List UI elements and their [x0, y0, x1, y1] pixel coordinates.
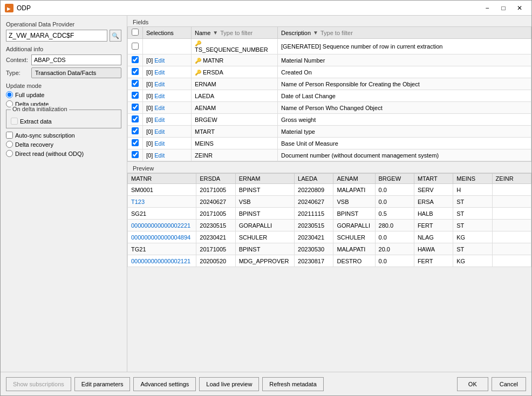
minimize-button[interactable]: −	[480, 2, 495, 14]
field-checkbox[interactable]	[132, 139, 139, 146]
full-update-row: Full update	[6, 91, 121, 98]
edit-link[interactable]: Edit	[154, 152, 165, 159]
preview-cell	[492, 196, 531, 208]
col-header-desc: Description ▼	[278, 27, 531, 39]
extract-data-label: Extract data	[20, 118, 52, 125]
preview-label: Preview	[127, 162, 531, 173]
refresh-metadata-button[interactable]: Refresh metadata	[262, 377, 323, 391]
preview-matnr-link[interactable]: 000000000000002221	[131, 222, 190, 229]
direct-read-row: Direct read (without ODQ)	[6, 150, 121, 157]
odp-search-button[interactable]: 🔍	[110, 30, 121, 42]
advanced-settings-button[interactable]: Advanced settings	[133, 377, 196, 391]
full-update-label: Full update	[15, 92, 44, 98]
additional-info-section: Additional info Context: ABAP_CDS Type: …	[6, 46, 121, 78]
preview-col-header: BRGEW	[375, 174, 414, 184]
edit-link[interactable]: Edit	[154, 105, 165, 111]
edit-link[interactable]: Edit	[154, 81, 165, 87]
odp-input[interactable]	[6, 30, 107, 42]
edit-link[interactable]: Edit	[154, 93, 165, 99]
preview-cell: 20230530	[295, 243, 333, 255]
table-row: [0]EditAENAMName of Person Who Changed O…	[128, 102, 531, 114]
edit-link[interactable]: Edit	[154, 57, 165, 64]
full-update-radio[interactable]	[6, 91, 13, 98]
field-name-cell: AENAM	[192, 102, 278, 114]
name-filter-input[interactable]	[220, 30, 274, 36]
preview-col-header: ZEINR	[492, 174, 531, 184]
preview-cell: 20230515	[295, 220, 333, 231]
preview-col-header: ERSDA	[196, 174, 235, 184]
edit-link[interactable]: Edit	[154, 69, 165, 76]
type-label: Type:	[6, 70, 28, 76]
table-row: [0]EditZEINRDocument number (without doc…	[128, 149, 531, 161]
additional-info-label: Additional info	[6, 46, 121, 52]
preview-cell: 20211115	[295, 208, 333, 220]
preview-cell: KG	[453, 255, 492, 267]
delta-recovery-radio[interactable]	[6, 141, 13, 148]
preview-section: Preview MATNRERSDAERNAMLAEDAAENAMBRGEWMT…	[127, 162, 531, 372]
preview-col-header: ERNAM	[235, 174, 294, 184]
field-checkbox[interactable]	[132, 56, 139, 63]
field-checkbox[interactable]	[132, 43, 139, 50]
preview-matnr-link[interactable]: 000000000000002121	[131, 258, 190, 264]
preview-table: MATNRERSDAERNAMLAEDAAENAMBRGEWMTARTMEINS…	[127, 173, 531, 267]
field-desc-cell: Date of Last Change	[278, 90, 531, 102]
preview-cell: SCHULER	[235, 231, 294, 243]
preview-cell: 280.0	[375, 220, 414, 231]
auto-sync-checkbox[interactable]	[6, 132, 13, 139]
update-mode-section: Update mode Full update Delta update On …	[6, 83, 121, 159]
direct-read-radio[interactable]	[6, 150, 13, 157]
preview-table-container[interactable]: MATNRERSDAERNAMLAEDAAENAMBRGEWMTARTMEINS…	[127, 173, 531, 372]
preview-cell: ST	[453, 220, 492, 231]
name-filter-icon: ▼	[213, 30, 218, 36]
key-icon: 🔑	[195, 70, 201, 76]
context-value: ABAP_CDS	[31, 54, 121, 65]
field-checkbox[interactable]	[132, 68, 139, 75]
desc-filter-input[interactable]	[320, 30, 528, 36]
field-checkbox[interactable]	[132, 92, 139, 99]
preview-cell: 0.0	[375, 184, 414, 196]
odp-input-row: 🔍	[6, 30, 121, 42]
preview-cell: NLAG	[414, 231, 453, 243]
field-checkbox[interactable]	[132, 151, 139, 158]
preview-cell: 20240627	[196, 196, 235, 208]
edit-link[interactable]: Edit	[154, 140, 165, 147]
preview-matnr-link-cell: 000000000000002221	[128, 220, 196, 231]
delta-recovery-row: Delta recovery	[6, 141, 121, 148]
preview-cell: 0.5	[375, 208, 414, 220]
field-desc-cell: Created On	[278, 66, 531, 78]
table-row: [0]Edit🔑MATNRMaterial Number	[128, 54, 531, 66]
preview-cell	[492, 208, 531, 220]
field-name-cell: ZEINR	[192, 149, 278, 161]
field-checkbox[interactable]	[132, 115, 139, 122]
field-selections-cell: [0]Edit	[143, 149, 192, 161]
direct-read-label: Direct read (without ODQ)	[15, 151, 84, 157]
field-checkbox[interactable]	[132, 104, 139, 111]
field-desc-cell: [GENERATED] Sequence number of row in cu…	[278, 39, 531, 54]
key-icon: 🔑	[195, 40, 201, 46]
fields-table-container[interactable]: Selections Name ▼	[127, 26, 531, 161]
field-desc-cell: Name of Person Who Changed Object	[278, 102, 531, 114]
context-label: Context:	[6, 57, 28, 63]
field-checkbox[interactable]	[132, 80, 139, 87]
ok-button[interactable]: OK	[457, 377, 488, 391]
load-preview-button[interactable]: Load live preview	[199, 377, 259, 391]
show-subscriptions-button[interactable]: Show subscriptions	[6, 377, 71, 391]
extract-data-checkbox[interactable]	[11, 118, 18, 125]
edit-link[interactable]: Edit	[154, 128, 165, 135]
field-checkbox[interactable]	[132, 127, 139, 134]
preview-matnr-link[interactable]: T123	[131, 199, 145, 205]
select-all-checkbox[interactable]	[132, 29, 139, 36]
close-button[interactable]: ✕	[512, 2, 527, 14]
edit-link[interactable]: Edit	[154, 117, 165, 123]
cancel-button[interactable]: Cancel	[492, 377, 526, 391]
field-desc-cell: Name of Person Responsible for Creating …	[278, 78, 531, 90]
preview-cell: 20171005	[196, 184, 235, 196]
preview-cell: VSB	[333, 196, 375, 208]
preview-matnr-link-cell: T123	[128, 196, 196, 208]
maximize-button[interactable]: □	[496, 2, 511, 14]
table-row: [0]EditMTARTMaterial type	[128, 126, 531, 138]
preview-matnr-link[interactable]: 000000000000004894	[131, 234, 190, 241]
left-panel: Operational Data Provider 🔍 Additional i…	[1, 16, 127, 372]
preview-cell: 20200520	[196, 255, 235, 267]
edit-parameters-button[interactable]: Edit parameters	[74, 377, 131, 391]
